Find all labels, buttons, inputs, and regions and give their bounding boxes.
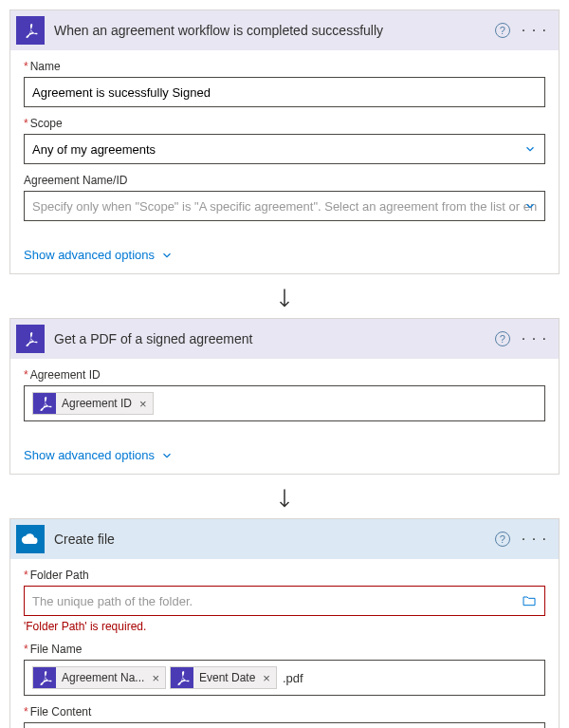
workflow-card: When an agreement workflow is completed … — [9, 9, 560, 274]
show-advanced-options[interactable]: Show advanced options — [10, 442, 187, 474]
show-advanced-options[interactable]: Show advanced options — [10, 242, 187, 273]
text-input[interactable] — [24, 77, 545, 107]
field-label: File Content — [24, 705, 545, 719]
chevron-down-icon — [160, 449, 174, 462]
card-header[interactable]: Create file?· · · — [10, 519, 559, 559]
dynamic-content-token[interactable]: Event Date× — [170, 666, 277, 689]
dynamic-content-token[interactable]: Agreement Na...× — [32, 666, 166, 689]
adobe-sign-icon — [33, 666, 56, 689]
card-header[interactable]: Get a PDF of a signed agreement?· · · — [10, 319, 559, 359]
card-body: Folder Path'Folder Path' is required.Fil… — [10, 559, 559, 728]
token-remove-icon[interactable]: × — [261, 671, 276, 685]
folder-value[interactable] — [32, 594, 537, 608]
token-label: Agreement Na... — [56, 671, 150, 684]
field: Folder Path'Folder Path' is required. — [24, 569, 545, 633]
card-header[interactable]: When an agreement workflow is completed … — [10, 10, 559, 50]
field: Scope — [24, 117, 545, 164]
workflow-card: Create file?· · ·Folder Path'Folder Path… — [9, 518, 560, 728]
more-menu-icon[interactable]: · · · — [520, 330, 549, 347]
card-body: NameScopeAgreement Name/ID — [10, 50, 559, 242]
field: Agreement Name/ID — [24, 174, 545, 221]
token-remove-icon[interactable]: × — [138, 397, 153, 411]
onedrive-icon — [16, 525, 45, 553]
card-body: Agreement IDAgreement ID× — [10, 359, 559, 442]
field: Name — [24, 60, 545, 107]
token-label: Agreement ID — [56, 397, 138, 410]
select-value[interactable] — [32, 142, 537, 157]
help-icon[interactable]: ? — [495, 23, 510, 38]
dynamic-content-token[interactable]: Agreement ID× — [32, 392, 154, 415]
field-error: 'Folder Path' is required. — [24, 620, 545, 633]
text-input-inner[interactable] — [32, 85, 537, 100]
select-value[interactable] — [32, 199, 537, 214]
field-label: Agreement Name/ID — [24, 174, 545, 187]
select-input[interactable] — [24, 191, 545, 221]
adobe-sign-icon — [16, 325, 45, 353]
card-title: Create file — [54, 532, 486, 547]
card-title: Get a PDF of a signed agreement — [54, 331, 486, 346]
field-label: File Name — [24, 643, 545, 656]
card-title: When an agreement workflow is completed … — [54, 23, 486, 38]
more-menu-icon[interactable]: · · · — [520, 22, 549, 39]
flow-arrow-icon — [9, 280, 560, 318]
flow-arrow-icon — [9, 480, 560, 518]
field: Agreement IDAgreement ID× — [24, 368, 545, 421]
token-input[interactable]: Agreement ID× — [24, 385, 545, 421]
advanced-label: Show advanced options — [24, 448, 155, 462]
folder-input[interactable] — [24, 586, 545, 616]
field-label: Name — [24, 60, 545, 73]
token-input[interactable]: Body× — [24, 722, 545, 728]
adobe-sign-icon — [171, 666, 193, 689]
field: File ContentBody× — [24, 705, 545, 728]
field-label: Folder Path — [24, 569, 545, 582]
more-menu-icon[interactable]: · · · — [520, 531, 549, 548]
field-label: Agreement ID — [24, 368, 545, 382]
workflow-card: Get a PDF of a signed agreement?· · ·Agr… — [9, 318, 560, 475]
help-icon[interactable]: ? — [495, 331, 510, 346]
adobe-sign-icon — [33, 392, 56, 415]
folder-picker-icon[interactable] — [522, 593, 537, 608]
field: File NameAgreement Na...×Event Date×.pdf — [24, 643, 545, 696]
token-input[interactable]: Agreement Na...×Event Date×.pdf — [24, 660, 545, 696]
chevron-down-icon — [160, 249, 174, 262]
advanced-label: Show advanced options — [24, 248, 155, 262]
field-label: Scope — [24, 117, 545, 130]
select-input[interactable] — [24, 134, 545, 164]
token-label: Event Date — [193, 671, 261, 684]
token-remove-icon[interactable]: × — [150, 671, 165, 685]
token-suffix-text: .pdf — [281, 671, 303, 685]
help-icon[interactable]: ? — [495, 532, 510, 547]
adobe-sign-icon — [16, 16, 45, 45]
